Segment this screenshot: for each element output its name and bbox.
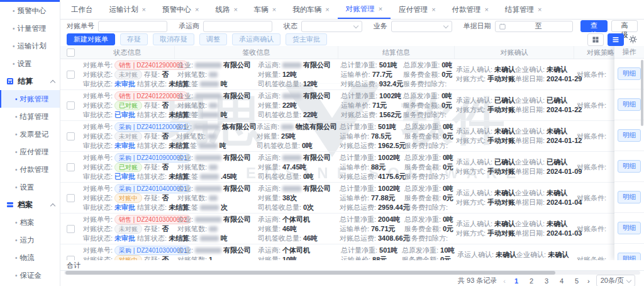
tab[interactable]: 预警中心 × <box>154 0 207 19</box>
settle-info-cell: 总计量净重:1002吨 运输单价:88元 对账总运费:4175.6元 总原发净重… <box>338 152 455 182</box>
sidebar-item[interactable]: • 结算管理 <box>0 108 60 125</box>
business-select[interactable] <box>391 21 452 32</box>
tab-close-icon[interactable]: × <box>195 6 199 13</box>
list-view-button[interactable] <box>608 33 624 46</box>
page-list: 1 2 3 4 5 <box>512 277 581 285</box>
row-checkbox[interactable] <box>67 256 75 261</box>
carrier-input[interactable] <box>203 21 272 32</box>
tab[interactable]: 我的车辆 × <box>284 0 337 19</box>
carrier-confirm: 未确认 <box>494 219 515 229</box>
tab-close-icon[interactable]: × <box>485 6 489 13</box>
bullet-icon: • <box>15 219 18 226</box>
sidebar-item[interactable]: • 预警中心 <box>0 2 60 20</box>
tab-close-icon[interactable]: × <box>325 6 329 13</box>
sidebar-item[interactable]: • 对账管理 <box>0 90 60 108</box>
redacted-company <box>194 124 220 130</box>
next-page-icon[interactable]: › <box>587 277 590 285</box>
tab-close-icon[interactable]: × <box>379 5 382 13</box>
tab[interactable]: 工作台 × <box>63 0 101 19</box>
page-number[interactable]: 5 <box>572 277 581 285</box>
tab[interactable]: 线路 × <box>207 0 245 19</box>
detail-button[interactable]: 明细 <box>618 67 641 80</box>
tab-close-icon[interactable]: × <box>431 6 435 13</box>
sidebar-item[interactable]: • 设置 <box>0 55 60 72</box>
settle-info-cell: 总计量净重:2004吨 运输单价:76.71元 对账总运费:3408.66元 总… <box>338 214 455 244</box>
confirm-cell: 承运人确认:已确认 对账方式:手动对账 企业确认:已确认 单据日期:2024-0… <box>455 90 574 120</box>
horizontal-scrollbar[interactable] <box>64 271 640 275</box>
recon-method: 手动对账 <box>487 198 515 207</box>
sidebar-item[interactable]: • 档案 <box>0 214 60 231</box>
unit-price: 71元 <box>372 101 387 110</box>
vertical-scrollbar-thumb[interactable] <box>641 60 643 126</box>
tab[interactable]: 应付管理 × <box>391 0 443 19</box>
sidebar-item[interactable]: • 物流 <box>0 249 60 266</box>
orig-net: 0吨 <box>441 60 452 70</box>
sidebar-item[interactable]: • 计量管理 <box>0 20 60 37</box>
detail-button[interactable]: 明细 <box>618 129 641 142</box>
list-view-icon <box>613 37 619 43</box>
sidebar-item[interactable]: • 保证金 <box>0 266 60 284</box>
redacted-owner-sign <box>200 174 219 180</box>
sidebar-item[interactable]: • 运力 <box>0 231 60 249</box>
tab-close-icon[interactable]: × <box>272 6 276 13</box>
bullet-icon: • <box>13 60 15 67</box>
tab-close-icon[interactable]: × <box>233 6 237 13</box>
sidebar-item[interactable]: • 应付管理 <box>0 143 60 161</box>
tab[interactable]: 付款管理 × <box>444 0 497 19</box>
toolbar-button[interactable]: 货主审批 <box>286 33 327 45</box>
search-button[interactable]: 查找 <box>580 20 607 32</box>
row-checkbox[interactable] <box>67 194 75 202</box>
row-checkbox[interactable] <box>67 163 75 171</box>
redacted-owner-sign <box>200 236 219 241</box>
driver-sign-qty: 46吨 <box>303 234 318 243</box>
vertical-scrollbar[interactable] <box>641 60 643 259</box>
sidebar-item[interactable]: • 运输计划 <box>0 37 60 55</box>
tab[interactable]: 车辆 × <box>246 0 284 19</box>
horizontal-scrollbar-thumb[interactable] <box>65 271 555 275</box>
row-checkbox[interactable] <box>67 225 75 233</box>
toolbar-button[interactable]: 存疑 <box>120 33 148 45</box>
toolbar-button[interactable]: 调整 <box>199 33 227 45</box>
row-checkbox[interactable] <box>67 132 75 140</box>
status-select[interactable] <box>301 21 362 32</box>
date-range-picker[interactable]: 至 <box>495 21 574 32</box>
bullet-icon: • <box>13 25 15 32</box>
detail-button[interactable]: 明细 <box>618 253 641 260</box>
sidebar-section-settlement[interactable]: 结算 <box>0 72 60 90</box>
tab[interactable]: 结算管理 × <box>497 0 550 19</box>
row-actions: 明细 <box>614 182 644 213</box>
row-checkbox[interactable] <box>67 71 75 79</box>
tab[interactable]: 对账管理 × <box>338 0 391 19</box>
toolbar-button[interactable]: 取消存疑 <box>153 33 194 45</box>
sidebar-section-archive[interactable]: 档案 <box>0 196 60 214</box>
toolbar-button[interactable]: 承运商确认 <box>232 33 280 45</box>
sidebar-item[interactable]: • 设置 <box>0 178 60 196</box>
advanced-button[interactable]: 高级 <box>611 20 638 32</box>
gear-icon[interactable] <box>628 35 638 45</box>
row-checkbox[interactable] <box>67 101 75 110</box>
grid-view-button[interactable] <box>587 33 604 46</box>
tab-close-icon[interactable]: × <box>538 6 541 13</box>
sidebar-item[interactable]: • 发票登记 <box>0 125 60 143</box>
detail-button[interactable]: 明细 <box>618 98 641 111</box>
tab-close-icon[interactable]: × <box>142 6 146 13</box>
detail-button[interactable]: 明细 <box>618 191 641 203</box>
recon-no-input[interactable] <box>98 21 167 32</box>
page-size-select[interactable]: 20条/页 <box>596 275 635 286</box>
prev-page-icon[interactable]: ‹ <box>503 277 506 285</box>
page-number[interactable]: 4 <box>557 277 566 285</box>
detail-button[interactable]: 明细 <box>618 160 641 173</box>
tab[interactable]: 运输计划 × <box>101 0 154 19</box>
detail-button[interactable]: 明细 <box>618 222 641 234</box>
owner-sign-suffix: 次 <box>221 203 228 212</box>
toolbar-button[interactable]: 新建对账单 <box>67 33 115 45</box>
page-number[interactable]: 1 <box>512 277 521 285</box>
select-all-checkbox[interactable] <box>67 49 75 57</box>
sidebar-item[interactable]: • 付款管理 <box>0 161 60 178</box>
archive-section-icon <box>6 201 14 209</box>
page-number[interactable]: 3 <box>542 277 551 285</box>
total-records: 共 93 条记录 <box>458 276 497 285</box>
service-fee: 0元 <box>443 224 453 234</box>
page-number[interactable]: 2 <box>527 277 536 285</box>
recon-status-tag: 未对账 <box>114 132 142 141</box>
